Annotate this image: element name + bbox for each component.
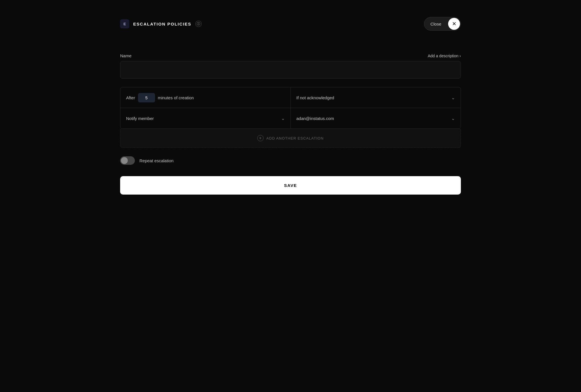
action-chevron-icon: ⌄ <box>281 116 285 121</box>
name-label: Name <box>120 53 131 58</box>
target-content: adan@instatus.com ⌄ <box>296 116 455 121</box>
header-left: E ESCALATION POLICIES ⓘ <box>120 19 202 28</box>
repeat-escalation-row: Repeat escalation <box>120 156 461 165</box>
action-label: Notify member <box>126 116 154 121</box>
add-escalation-label: ADD ANOTHER ESCALATION <box>266 136 324 140</box>
minutes-input[interactable] <box>138 93 155 102</box>
escalation-card: After minutes of creation If not acknowl… <box>120 87 461 148</box>
name-row: Name Add a description › <box>120 53 461 58</box>
page-header: E ESCALATION POLICIES ⓘ Close ✕ <box>120 17 461 31</box>
minutes-cell: After minutes of creation <box>120 87 291 108</box>
repeat-toggle[interactable] <box>120 156 135 165</box>
repeat-label: Repeat escalation <box>139 158 174 163</box>
name-input[interactable] <box>120 61 461 79</box>
page-title: ESCALATION POLICIES <box>133 22 191 26</box>
escalation-rows: After minutes of creation If not acknowl… <box>120 87 461 129</box>
minutes-content: After minutes of creation <box>126 93 285 102</box>
toggle-knob <box>121 157 128 164</box>
close-label: Close <box>424 19 448 29</box>
action-cell[interactable]: Notify member ⌄ <box>120 108 291 128</box>
name-section: Name Add a description › <box>120 53 461 79</box>
close-x-icon[interactable]: ✕ <box>448 18 460 30</box>
add-description-link[interactable]: Add a description › <box>428 54 461 58</box>
close-button[interactable]: Close ✕ <box>424 17 461 31</box>
escalation-row-2: Notify member ⌄ adan@instatus.com ⌄ <box>120 108 461 128</box>
add-escalation-icon: + <box>257 135 264 141</box>
escalation-row-1: After minutes of creation If not acknowl… <box>120 87 461 108</box>
target-label: adan@instatus.com <box>296 116 334 121</box>
add-escalation-button[interactable]: + ADD ANOTHER ESCALATION <box>120 129 461 148</box>
target-cell[interactable]: adan@instatus.com ⌄ <box>291 108 461 128</box>
action-content: Notify member ⌄ <box>126 116 285 121</box>
condition-chevron-icon: ⌄ <box>451 95 455 100</box>
target-chevron-icon: ⌄ <box>451 116 455 121</box>
condition-label: If not acknowledged <box>296 95 334 100</box>
info-icon[interactable]: ⓘ <box>195 21 202 27</box>
minutes-suffix: minutes of creation <box>158 95 194 100</box>
condition-cell[interactable]: If not acknowledged ⌄ <box>291 87 461 108</box>
after-prefix: After <box>126 95 135 100</box>
form-section: Name Add a description › After minutes <box>120 53 461 195</box>
page-icon: E <box>120 19 129 28</box>
save-button[interactable]: SAVE <box>120 176 461 195</box>
condition-content: If not acknowledged ⌄ <box>296 95 455 100</box>
